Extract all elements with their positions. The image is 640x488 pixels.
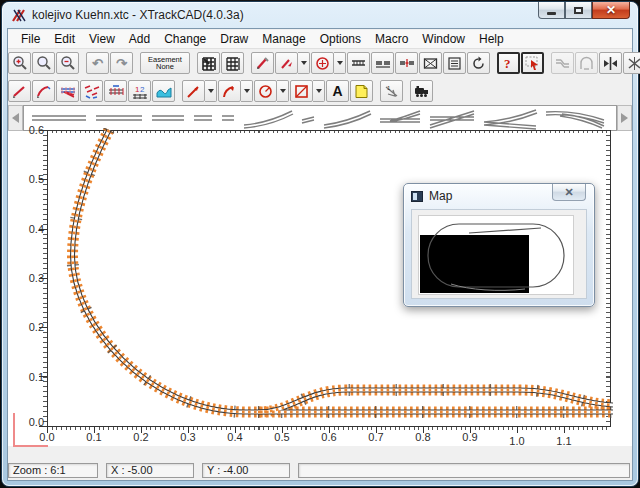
note-button[interactable]	[350, 80, 373, 102]
block-gap-button[interactable]	[347, 52, 370, 74]
train-cars-icon	[375, 56, 391, 71]
redo-icon: ↷	[116, 57, 127, 70]
menu-window[interactable]: Window	[415, 31, 472, 47]
hotbar-track-piece-straight-short-2[interactable]	[220, 108, 236, 128]
curved-track-icon	[36, 84, 51, 99]
flip-track-pencil-icon	[279, 56, 294, 71]
tunnel-button[interactable]	[575, 52, 598, 74]
title-bar[interactable]: kolejivo Kuehn.xtc - XTrackCAD(4.0.3a) ✕	[2, 2, 638, 28]
menu-change[interactable]: Change	[157, 31, 213, 47]
curved-track-button[interactable]	[32, 80, 55, 102]
minimize-button[interactable]	[538, 2, 565, 19]
xtrackcad-window: kolejivo Kuehn.xtc - XTrackCAD(4.0.3a) ✕…	[2, 2, 638, 486]
split-track-icon	[627, 56, 640, 71]
close-button[interactable]: ✕	[592, 2, 630, 19]
menu-file[interactable]: File	[14, 31, 47, 47]
draw-line-button[interactable]	[182, 80, 205, 102]
describe-icon: ?	[502, 56, 516, 71]
draw-line-caret-button[interactable]	[205, 80, 217, 102]
y-axis-label: 0.1	[26, 371, 44, 383]
snap-grid-enable-button[interactable]	[197, 52, 220, 74]
hotbar-track-piece-curve-short[interactable]	[300, 108, 316, 128]
y-axis-label: 0.6	[26, 124, 44, 136]
x-axis-label: 0.4	[224, 431, 246, 443]
measure-button[interactable]: 1	[380, 80, 403, 102]
hand-laid-turnout-button[interactable]	[104, 80, 127, 102]
xtrackcad-logo-icon	[11, 8, 27, 23]
modify-track-pencil-icon	[255, 56, 270, 71]
dimension-line-button[interactable]: 1 2	[128, 80, 151, 102]
map-title-bar[interactable]: Map ✕	[404, 184, 594, 208]
menu-edit[interactable]: Edit	[47, 31, 82, 47]
zoom-in-icon	[12, 55, 28, 71]
split-track-button[interactable]	[623, 52, 640, 74]
map-track-siding	[469, 228, 541, 233]
turntable-button[interactable]	[311, 52, 334, 74]
zoom-button[interactable]	[32, 52, 55, 74]
draw-shape-caret-button[interactable]	[313, 80, 325, 102]
menu-macro[interactable]: Macro	[368, 31, 415, 47]
flip-track-button[interactable]	[275, 52, 298, 74]
menu-manage[interactable]: Manage	[255, 31, 312, 47]
hand-laid-turnout-icon	[108, 84, 124, 99]
redo-button[interactable]: ↷	[110, 52, 133, 74]
turntable-caret-button[interactable]	[334, 52, 346, 74]
snap-grid-show-button[interactable]	[221, 52, 244, 74]
text-button[interactable]: A	[326, 80, 349, 102]
easement-button[interactable]: Easement None	[140, 52, 190, 74]
flip-track-caret-button[interactable]	[298, 52, 310, 74]
hotbar-track-piece-straight-long-2[interactable]	[94, 108, 144, 128]
flip-button[interactable]	[419, 52, 442, 74]
layers-button[interactable]	[443, 52, 466, 74]
menu-draw[interactable]: Draw	[213, 31, 255, 47]
hotbar-track-piece-curve-medium[interactable]	[322, 107, 372, 129]
join-tracks-button[interactable]	[551, 52, 574, 74]
hotbar-track-piece-curve-gentle[interactable]	[242, 107, 294, 129]
run-trains-button[interactable]	[410, 80, 433, 102]
draw-curve-caret-button[interactable]	[241, 80, 253, 102]
sectional-track-button[interactable]	[80, 80, 103, 102]
maximize-icon	[574, 7, 583, 14]
undo-icon: ↶	[92, 57, 103, 70]
hotbar-scroll-left-button[interactable]	[8, 105, 23, 131]
map-window[interactable]: Map ✕	[403, 183, 595, 307]
zoom-in-button[interactable]	[8, 52, 31, 74]
flip-icon	[423, 56, 438, 71]
status-x-field: X : -5.00	[106, 463, 194, 478]
modify-track-button[interactable]	[251, 52, 274, 74]
straight-track-button[interactable]	[8, 80, 31, 102]
hotbar-track-piece-crossing[interactable]	[428, 107, 476, 129]
draw-shape-button[interactable]	[290, 80, 313, 102]
rotate-button[interactable]	[467, 52, 490, 74]
menu-view[interactable]: View	[82, 31, 122, 47]
hotbar-track-piece-straight-short[interactable]	[192, 108, 214, 128]
hotbar-track-piece-straight-medium[interactable]	[150, 108, 186, 128]
zoom-out-button[interactable]	[56, 52, 79, 74]
draw-shape-icon	[294, 84, 309, 99]
draw-circle-caret-button[interactable]	[277, 80, 289, 102]
draw-curve-button[interactable]	[218, 80, 241, 102]
describe-button[interactable]: ?	[497, 52, 520, 74]
train-cars-button[interactable]	[371, 52, 394, 74]
draw-circle-button[interactable]	[254, 80, 277, 102]
x-axis-label: 1.1	[553, 435, 575, 447]
menu-options[interactable]: Options	[313, 31, 368, 47]
menu-bar: File Edit View Add Change Draw Manage Op…	[8, 30, 632, 49]
map-canvas[interactable]	[418, 215, 574, 295]
arrow-left-icon	[12, 113, 19, 123]
hotbar-track-piece-turnout-left[interactable]	[378, 107, 422, 129]
maximize-button[interactable]	[565, 2, 592, 19]
turnout-button[interactable]	[56, 80, 79, 102]
uncouple-button[interactable]	[395, 52, 418, 74]
select-button[interactable]	[521, 52, 544, 74]
elevation-profile-button[interactable]	[152, 80, 175, 102]
hotbar-scroll-right-button[interactable]	[617, 105, 632, 131]
undo-button[interactable]: ↶	[86, 52, 109, 74]
hotbar-track-piece-turnout-wye[interactable]	[482, 106, 538, 130]
turnout-icon	[60, 84, 76, 99]
menu-add[interactable]: Add	[122, 31, 157, 47]
map-close-button[interactable]: ✕	[552, 184, 586, 201]
hotbar-track-piece-curved-turnout[interactable]	[544, 106, 606, 130]
mirror-button[interactable]	[599, 52, 622, 74]
menu-help[interactable]: Help	[472, 31, 511, 47]
